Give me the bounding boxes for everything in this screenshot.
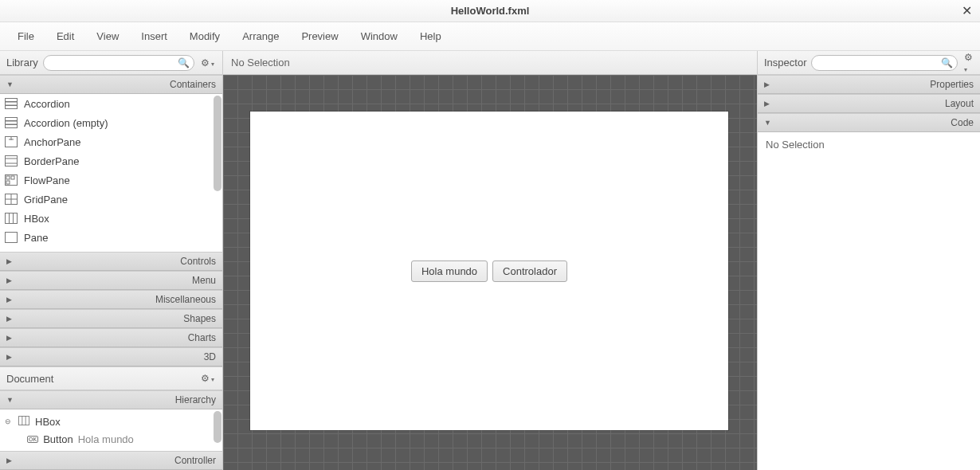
lib-item-flowpane[interactable]: FlowPane [0, 170, 222, 190]
menu-modify[interactable]: Modify [178, 30, 231, 42]
inspector-header: Inspector 🔍 ⚙ [758, 51, 980, 75]
section-controls[interactable]: ▶Controls [0, 252, 222, 271]
library-header: Library 🔍 ⚙ [0, 51, 222, 75]
canvas[interactable]: Hola mundo Controlador [223, 75, 757, 470]
svg-rect-0 [6, 99, 18, 102]
chevron-right-icon: ▶ [6, 296, 12, 304]
lib-item-pane[interactable]: Pane [0, 228, 222, 247]
button-node-icon: OK [27, 436, 38, 443]
window-title: HelloWorld.fxml [451, 5, 530, 17]
inspector-title: Inspector [764, 57, 806, 69]
gridpane-icon [5, 194, 18, 205]
menu-file[interactable]: File [6, 30, 45, 42]
lib-item-gridpane[interactable]: GridPane [0, 190, 222, 209]
accordion-icon [5, 98, 18, 109]
section-charts[interactable]: ▶Charts [0, 328, 222, 347]
inspector-panel: Inspector 🔍 ⚙ ▶Properties ▶Layout ▼Code … [757, 51, 980, 470]
chevron-right-icon: ▶ [6, 315, 12, 323]
search-icon: 🔍 [178, 57, 190, 69]
inspector-body: No Selection [758, 132, 980, 470]
svg-rect-1 [6, 102, 18, 105]
svg-rect-19 [6, 213, 18, 224]
center-panel: No Selection Hola mundo Controlador [223, 51, 757, 470]
svg-rect-13 [6, 176, 10, 179]
svg-rect-23 [19, 416, 29, 425]
section-hierarchy[interactable]: ▼Hierarchy [0, 390, 222, 409]
svg-rect-15 [6, 181, 10, 184]
anchorpane-icon [5, 136, 18, 147]
flowpane-icon [5, 174, 18, 186]
section-layout[interactable]: ▶Layout [758, 94, 980, 113]
document-header: Document ⚙ [0, 366, 222, 390]
menu-insert[interactable]: Insert [130, 30, 178, 42]
svg-rect-9 [6, 156, 18, 166]
document-gear-icon[interactable]: ⚙ [199, 373, 216, 384]
section-miscellaneous[interactable]: ▶Miscellaneous [0, 290, 222, 309]
left-panel: Library 🔍 ⚙ ▼ Containers Accordion Accor… [0, 51, 223, 470]
chevron-right-icon: ▶ [6, 257, 12, 265]
section-controller[interactable]: ▶Controller [0, 451, 222, 470]
menubar: File Edit View Insert Modify Arrange Pre… [0, 22, 980, 51]
lib-item-borderpane[interactable]: BorderPane [0, 151, 222, 170]
scrollbar[interactable] [214, 94, 221, 252]
svg-rect-22 [6, 233, 18, 243]
borderpane-icon [5, 155, 18, 166]
svg-rect-14 [11, 176, 14, 179]
chevron-right-icon: ▶ [6, 276, 12, 284]
hierarchy-child[interactable]: OK Button Hola mundo [0, 430, 222, 448]
design-button-2[interactable]: Controlador [492, 260, 567, 282]
accordion-icon [5, 117, 18, 128]
section-3d[interactable]: ▶3D [0, 347, 222, 366]
lib-item-hbox[interactable]: HBox [0, 209, 222, 228]
svg-rect-2 [6, 106, 18, 109]
titlebar: HelloWorld.fxml ✕ [0, 0, 980, 22]
chevron-down-icon: ▼ [6, 396, 14, 404]
hierarchy-root[interactable]: ⊖ HBox [0, 413, 222, 430]
svg-rect-5 [6, 125, 18, 128]
inspector-search-input[interactable] [811, 55, 958, 71]
section-properties[interactable]: ▶Properties [758, 75, 980, 94]
library-title: Library [6, 57, 38, 69]
lib-item-anchorpane[interactable]: AnchorPane [0, 132, 222, 151]
library-search-input[interactable] [43, 55, 194, 71]
chevron-right-icon: ▶ [764, 100, 770, 108]
svg-rect-3 [6, 118, 18, 121]
chevron-right-icon: ▶ [764, 80, 770, 88]
menu-preview[interactable]: Preview [290, 30, 349, 42]
chevron-down-icon: ▼ [6, 80, 14, 88]
collapse-icon[interactable]: ⊖ [5, 417, 13, 425]
svg-rect-4 [6, 121, 18, 124]
hierarchy-child[interactable]: OK Button Controlador [0, 448, 222, 451]
chevron-down-icon: ▼ [764, 119, 771, 127]
hbox-icon [5, 213, 18, 224]
menu-view[interactable]: View [85, 30, 130, 42]
lib-item-accordion-empty[interactable]: Accordion (empty) [0, 113, 222, 132]
section-code[interactable]: ▼Code [758, 113, 980, 132]
section-menu[interactable]: ▶Menu [0, 271, 222, 290]
library-gear-icon[interactable]: ⚙ [199, 57, 216, 69]
design-button-1[interactable]: Hola mundo [411, 260, 488, 282]
menu-window[interactable]: Window [350, 30, 409, 42]
close-icon[interactable]: ✕ [962, 3, 972, 18]
section-shapes[interactable]: ▶Shapes [0, 309, 222, 328]
menu-arrange[interactable]: Arrange [231, 30, 290, 42]
inspector-empty-label: No Selection [766, 139, 825, 151]
containers-list: Accordion Accordion (empty) AnchorPane B… [0, 94, 222, 252]
scrollbar[interactable] [214, 409, 221, 451]
menu-edit[interactable]: Edit [45, 30, 85, 42]
hbox-icon [18, 416, 30, 428]
lib-item-accordion[interactable]: Accordion [0, 94, 222, 113]
hierarchy-tree: ⊖ HBox OK Button Hola mundo OK Button Co… [0, 409, 222, 451]
section-containers[interactable]: ▼ Containers [0, 75, 222, 94]
chevron-right-icon: ▶ [6, 334, 12, 342]
search-icon: 🔍 [941, 57, 953, 69]
selection-bar: No Selection [223, 51, 757, 75]
chevron-right-icon: ▶ [6, 456, 12, 464]
menu-help[interactable]: Help [409, 30, 453, 42]
document-title: Document [6, 373, 53, 385]
selection-label: No Selection [231, 57, 290, 69]
chevron-right-icon: ▶ [6, 353, 12, 361]
pane-icon [5, 232, 18, 243]
inspector-gear-icon[interactable]: ⚙ [962, 52, 974, 74]
artboard[interactable]: Hola mundo Controlador [250, 112, 728, 430]
